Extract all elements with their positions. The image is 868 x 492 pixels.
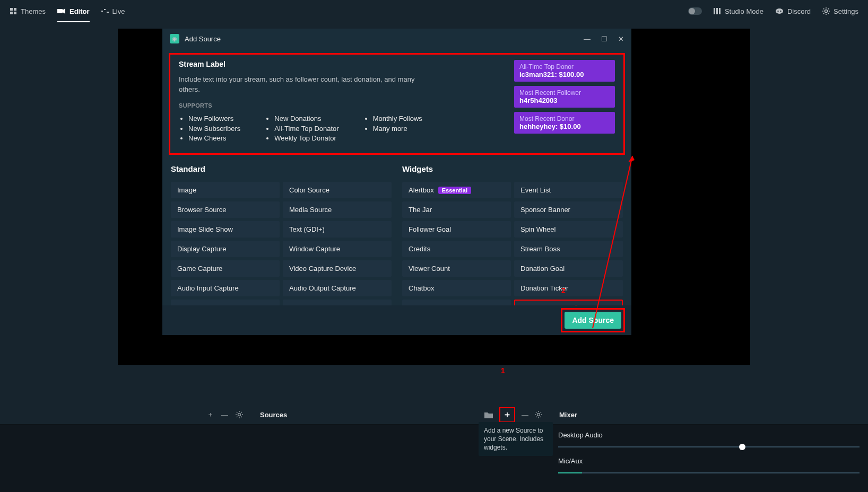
add-source-icon[interactable]: ＋ <box>499 407 515 423</box>
source-title: Stream Label <box>179 60 428 68</box>
panel-scenes: ＋ — <box>0 405 250 492</box>
widget-label: Stream Boss <box>520 245 560 253</box>
supports-item: Weekly Top Donator <box>274 134 338 144</box>
mixer-mic-label: Mic/Aux <box>558 457 860 465</box>
preview-card-value: ic3man321: $100.00 <box>519 71 610 78</box>
nav-discord[interactable]: Discord <box>775 7 811 15</box>
source-item[interactable]: Audio Input Capture <box>171 280 280 296</box>
widget-label: Sponsor Banner <box>520 206 570 214</box>
widget-label: Chatbox <box>409 284 434 292</box>
preview-card: All-Time Top Donoric3man321: $100.00 <box>514 60 615 82</box>
modal-title: Add Source <box>185 35 221 43</box>
widget-label: Donation Goal <box>520 265 565 273</box>
source-description: Include text into your stream, such as f… <box>179 75 428 95</box>
section-standard-title: Standard <box>171 164 392 173</box>
section-standard: Standard ImageColor SourceBrowser Source… <box>171 164 392 316</box>
source-item[interactable]: Window Capture <box>283 241 392 257</box>
preview-card-title: All-Time Top Donor <box>519 63 610 71</box>
preview-card-title: Most Recent Follower <box>519 89 610 96</box>
remove-source-icon[interactable]: — <box>522 411 528 419</box>
mixer-mic-slider[interactable] <box>558 472 860 473</box>
supports-item: New Donations <box>274 114 338 124</box>
source-detail-panel: Stream Label Include text into your stre… <box>169 53 625 155</box>
widget-label: Credits <box>409 245 430 253</box>
svg-rect-3 <box>14 12 16 14</box>
modal-footer: Add Source <box>162 305 631 335</box>
supports-item: New Followers <box>188 114 240 124</box>
svg-line-13 <box>593 156 632 328</box>
nav-live[interactable]: Live <box>101 7 125 15</box>
widget-label: The Jar <box>409 206 432 214</box>
widget-label: Event List <box>520 186 551 194</box>
source-item[interactable]: Audio Output Capture <box>283 280 392 296</box>
svg-point-9 <box>776 8 783 14</box>
nav-settings[interactable]: Settings <box>822 7 858 15</box>
nav-discord-label: Discord <box>787 7 811 15</box>
svg-point-16 <box>537 414 540 416</box>
maximize-button[interactable]: ☐ <box>601 35 607 43</box>
topbar: Themes Editor Live Studio Mode Discord S… <box>0 0 868 22</box>
supports-item: All-Time Top Donator <box>274 124 338 134</box>
add-source-tooltip: Add a new Source to your Scene. Includes… <box>479 422 553 456</box>
source-item[interactable]: Media Source <box>283 201 392 218</box>
annotation-1: 1 <box>501 366 505 375</box>
mixer-desktop-slider[interactable] <box>558 446 860 447</box>
remove-scene-icon[interactable]: — <box>221 410 228 419</box>
preview-cards: All-Time Top Donoric3man321: $100.00Most… <box>514 60 615 144</box>
app-logo-icon: ◉ <box>170 34 179 43</box>
panel-mixer: Mixer Desktop Audio Mic/Aux <box>550 405 868 492</box>
editor-icon <box>57 8 66 14</box>
widget-label: Follower Goal <box>409 225 451 233</box>
widget-item[interactable]: Follower Goal <box>402 221 511 238</box>
studio-mode-icon <box>714 8 721 14</box>
supports-item: New Cheers <box>188 134 240 144</box>
source-item[interactable]: Display Capture <box>171 241 280 257</box>
preview-area: ◉ Add Source — ☐ ✕ Stream Label Include … <box>118 29 750 365</box>
nav-editor-label: Editor <box>70 7 90 15</box>
nav-studio-mode[interactable]: Studio Mode <box>714 7 763 15</box>
source-item[interactable]: Game Capture <box>171 260 280 277</box>
widget-item[interactable]: Credits <box>402 241 511 257</box>
essential-badge: Essential <box>438 187 471 194</box>
modal-titlebar: ◉ Add Source — ☐ ✕ <box>162 29 631 49</box>
scene-settings-icon[interactable] <box>236 410 243 419</box>
window-controls: — ☐ ✕ <box>584 35 624 43</box>
source-item[interactable]: Browser Source <box>171 201 280 218</box>
widget-item[interactable]: AlertboxEssential <box>402 182 511 198</box>
source-item[interactable]: Text (GDI+) <box>283 221 392 238</box>
add-source-modal: ◉ Add Source — ☐ ✕ Stream Label Include … <box>162 29 631 335</box>
close-button[interactable]: ✕ <box>618 35 624 43</box>
minimize-button[interactable]: — <box>584 35 591 43</box>
source-settings-icon[interactable] <box>535 411 542 418</box>
preview-card-value: hehheyhey: $10.00 <box>519 122 610 130</box>
widget-item[interactable]: Chatbox <box>402 280 511 296</box>
supports-item: Many more <box>373 124 422 134</box>
source-item[interactable]: Image Slide Show <box>171 221 280 238</box>
themes-icon <box>10 7 17 15</box>
folder-icon[interactable] <box>484 411 493 418</box>
nav-live-label: Live <box>112 7 125 15</box>
supports-item: New Subscribers <box>188 124 240 134</box>
toggle[interactable] <box>688 7 702 15</box>
nav-themes[interactable]: Themes <box>10 7 46 15</box>
svg-point-11 <box>780 11 781 12</box>
nav-editor[interactable]: Editor <box>57 7 90 22</box>
svg-rect-2 <box>10 12 13 14</box>
widget-label: Alertbox <box>409 186 434 194</box>
add-scene-icon[interactable]: ＋ <box>207 410 214 419</box>
svg-rect-8 <box>719 8 721 14</box>
widget-item[interactable]: The Jar <box>402 201 511 218</box>
annotation-2: 2 <box>561 286 566 295</box>
svg-point-15 <box>238 414 241 416</box>
supports-item: Monthly Follows <box>373 114 422 124</box>
panel-sources-title: Sources <box>260 411 287 419</box>
svg-rect-7 <box>716 8 718 14</box>
source-item[interactable]: Image <box>171 182 280 198</box>
widget-item[interactable]: Viewer Count <box>402 260 511 277</box>
preview-card-title: Most Recent Donor <box>519 115 610 122</box>
source-item[interactable]: Color Source <box>283 182 392 198</box>
mixer-track-desktop: Desktop Audio <box>558 431 860 447</box>
svg-rect-6 <box>714 8 715 14</box>
supports-label: SUPPORTS <box>179 102 428 109</box>
source-item[interactable]: Video Capture Device <box>283 260 392 277</box>
